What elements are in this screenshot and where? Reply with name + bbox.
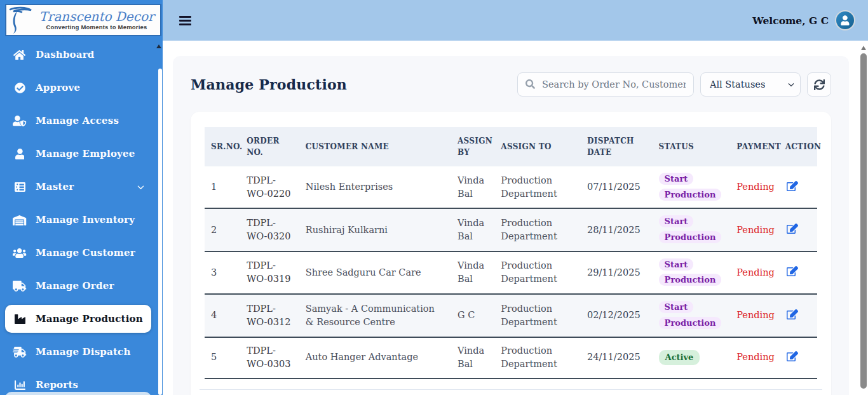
- cell-order-no: TDPL-WO-0320: [240, 208, 299, 251]
- sidebar-scrollbar-thumb[interactable]: [158, 69, 162, 395]
- table-header-row: SR.NO. ORDER NO. CUSTOMER NAME ASSIGN BY…: [205, 127, 817, 166]
- cell-assign-by: Vinda Bal: [451, 166, 494, 208]
- cell-sr-no: 3: [205, 251, 240, 294]
- sidebar-item-label: Manage Employee: [36, 148, 135, 159]
- cell-assign-to: Production Department: [494, 294, 581, 337]
- status-badge: Start Production: [659, 301, 722, 329]
- sidebar-item-manage-employee[interactable]: Manage Employee: [5, 140, 151, 168]
- sidebar-item-label: Approve: [36, 82, 80, 93]
- status-filter-select[interactable]: All Statuses: [700, 72, 801, 97]
- sidebar-item-manage-dispatch[interactable]: Manage Dispatch: [5, 338, 151, 366]
- cell-customer-name: Rushiraj Kulkarni: [299, 208, 451, 251]
- cell-action: [779, 251, 817, 294]
- cell-sr-no: 1: [205, 166, 240, 208]
- sidebar-item-label: Dashboard: [36, 49, 94, 60]
- cell-payment: Pending: [730, 294, 778, 337]
- edit-button[interactable]: [785, 265, 799, 279]
- cell-customer-name: Shree Sadguru Car Care: [299, 251, 451, 294]
- sidebar-item-manage-access[interactable]: Manage Access: [5, 107, 151, 135]
- chart-column-icon: [13, 379, 27, 391]
- sidebar-item-dashboard[interactable]: Dashboard: [5, 41, 151, 69]
- status-badge: Start Production: [659, 258, 722, 286]
- edit-button[interactable]: [785, 308, 799, 323]
- topbar: Welcome, G C: [163, 0, 868, 41]
- refresh-button[interactable]: [807, 72, 831, 97]
- sidebar-item-manage-inventory[interactable]: Manage Inventory: [5, 206, 151, 234]
- cell-dispatch-date: 02/12/2025: [581, 294, 653, 337]
- edit-icon: [787, 309, 798, 319]
- cell-customer-name: Nilesh Enterprises: [299, 166, 451, 208]
- sidebar-item-master[interactable]: Master: [5, 173, 151, 201]
- sidebar-item-approve[interactable]: Approve: [5, 74, 151, 102]
- window-scrollbar[interactable]: [859, 41, 868, 395]
- cell-action: [779, 294, 817, 337]
- cell-assign-by: Vinda Bal: [451, 337, 494, 378]
- cell-dispatch-date: 29/11/2025: [581, 251, 653, 294]
- search-icon: [526, 79, 535, 89]
- sidebar-item-label: Manage Production: [36, 313, 143, 325]
- production-table: SR.NO. ORDER NO. CUSTOMER NAME ASSIGN BY…: [205, 127, 817, 379]
- sidebar-item-label: Manage Customer: [36, 247, 135, 258]
- cell-assign-to: Production Department: [494, 208, 581, 251]
- scrollbar-thumb[interactable]: [860, 53, 867, 389]
- app-window: Transcento Decor Converting Moments to M…: [0, 0, 868, 395]
- edit-icon: [787, 224, 798, 234]
- brand-logo: Transcento Decor Converting Moments to M…: [5, 4, 161, 36]
- warehouse-icon: [13, 214, 27, 225]
- cell-action: [779, 166, 817, 208]
- column-header-assign-by: ASSIGN BY: [451, 127, 494, 166]
- user-shield-icon: [13, 115, 27, 126]
- cell-order-no: TDPL-WO-0319: [240, 251, 299, 294]
- toolbar: All Statuses: [517, 72, 831, 97]
- cell-assign-to: Production Department: [494, 337, 581, 378]
- cell-dispatch-date: 24/11/2025: [581, 337, 653, 378]
- column-header-assign-to: ASSIGN TO: [494, 127, 581, 166]
- table-list-icon: [13, 181, 27, 192]
- user-avatar[interactable]: [835, 10, 855, 30]
- sidebar-item-label: Manage Access: [36, 115, 119, 126]
- cell-dispatch-date: 07/11/2025: [581, 166, 653, 208]
- table-row: 3 TDPL-WO-0319 Shree Sadguru Car Care Vi…: [205, 251, 817, 294]
- cell-order-no: TDPL-WO-0303: [240, 337, 299, 378]
- sidebar-item-label: Master: [36, 181, 74, 192]
- sidebar-item-label: Reports: [36, 379, 78, 391]
- search-input[interactable]: [517, 72, 694, 97]
- table-row: 4 TDPL-WO-0312 Samyak - A Communication …: [205, 294, 817, 337]
- cell-payment: Pending: [730, 166, 778, 208]
- sidebar-item-manage-customer[interactable]: Manage Customer: [5, 239, 151, 267]
- sidebar: Transcento Decor Converting Moments to M…: [0, 0, 163, 395]
- cell-assign-to: Production Department: [494, 251, 581, 294]
- status-badge: Active: [659, 350, 700, 366]
- column-header-order-no: ORDER NO.: [240, 127, 299, 166]
- content-panel: Manage Production All Statuses: [173, 56, 849, 395]
- factory-icon: [13, 313, 27, 325]
- column-header-status: STATUS: [653, 127, 731, 166]
- status-filter-wrap: All Statuses: [700, 72, 801, 97]
- hamburger-menu-button[interactable]: [178, 13, 193, 28]
- column-header-action: ACTION: [779, 127, 817, 166]
- edit-icon: [787, 181, 798, 191]
- main-area: Welcome, G C Manage Production: [163, 0, 868, 395]
- cell-payment: Pending: [730, 251, 778, 294]
- column-header-payment: PAYMENT: [730, 127, 778, 166]
- cell-action: [779, 208, 817, 251]
- cell-assign-by: Vinda Bal: [451, 208, 494, 251]
- edit-button[interactable]: [785, 222, 799, 237]
- cell-status: Start Production: [653, 251, 731, 294]
- cell-sr-no: 4: [205, 294, 240, 337]
- edit-button[interactable]: [785, 350, 799, 365]
- edit-icon: [787, 266, 798, 276]
- sidebar-item-manage-order[interactable]: Manage Order: [5, 272, 151, 300]
- cell-assign-by: G C: [451, 294, 494, 337]
- sidebar-scroll-up-arrow[interactable]: [156, 44, 161, 48]
- status-badge: Start Production: [659, 215, 722, 243]
- card-footer-divider: [200, 389, 822, 390]
- sidebar-item-partial[interactable]: [5, 392, 151, 395]
- cell-customer-name: Auto Hanger Advantage: [299, 337, 451, 378]
- edit-button[interactable]: [785, 180, 799, 194]
- cell-assign-to: Production Department: [494, 166, 581, 208]
- cell-action: [779, 337, 817, 378]
- sidebar-item-label: Manage Inventory: [36, 214, 135, 225]
- sidebar-item-manage-production[interactable]: Manage Production: [5, 305, 151, 333]
- scrollbar-up-arrow[interactable]: [861, 46, 866, 50]
